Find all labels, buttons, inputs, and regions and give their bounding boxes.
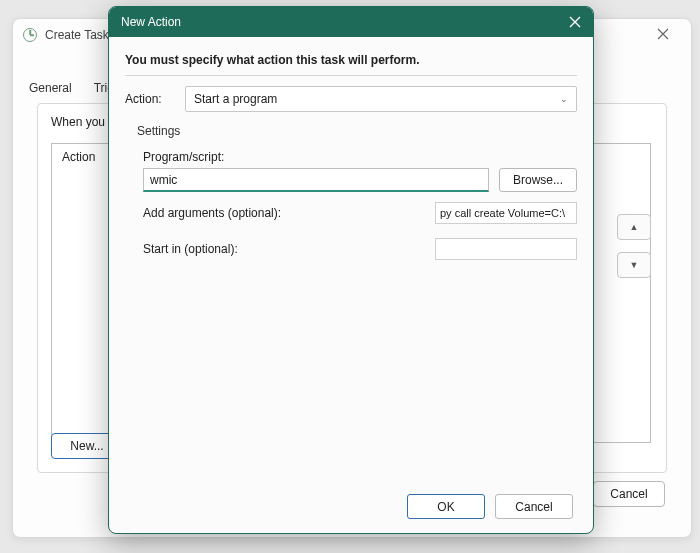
clock-icon <box>23 28 37 42</box>
reorder-buttons: ▲ ▼ <box>617 214 651 278</box>
chevron-down-icon: ▼ <box>630 260 639 270</box>
tabs: General Triq <box>25 79 118 97</box>
settings-group-label: Settings <box>125 122 577 144</box>
start-in-label: Start in (optional): <box>143 242 425 256</box>
dialog-footer: OK Cancel <box>125 494 577 519</box>
move-down-button[interactable]: ▼ <box>617 252 651 278</box>
create-task-close-button[interactable] <box>641 19 685 49</box>
move-up-button[interactable]: ▲ <box>617 214 651 240</box>
action-select-value: Start a program <box>194 92 277 106</box>
start-in-input[interactable] <box>435 238 577 260</box>
chevron-up-icon: ▲ <box>630 222 639 232</box>
action-select[interactable]: Start a program ⌄ <box>185 86 577 112</box>
action-label: Action: <box>125 92 175 106</box>
create-task-cancel-button[interactable]: Cancel <box>593 481 665 507</box>
add-arguments-label: Add arguments (optional): <box>143 206 425 220</box>
instruction-text: You must specify what action this task w… <box>125 43 577 76</box>
new-action-title: New Action <box>121 15 557 29</box>
close-icon <box>657 28 669 40</box>
program-script-label: Program/script: <box>143 150 577 164</box>
close-icon <box>569 16 581 28</box>
program-script-value: wmic <box>150 173 177 187</box>
when-you-label: When you c <box>51 115 114 129</box>
program-script-input[interactable]: wmic <box>143 168 489 192</box>
new-action-titlebar: New Action <box>109 7 593 37</box>
browse-button[interactable]: Browse... <box>499 168 577 192</box>
chevron-down-icon: ⌄ <box>560 94 568 104</box>
new-action-dialog: New Action You must specify what action … <box>108 6 594 534</box>
new-action-close-button[interactable] <box>557 7 593 37</box>
tab-general[interactable]: General <box>25 79 76 97</box>
create-task-title: Create Task <box>45 28 109 42</box>
cancel-button[interactable]: Cancel <box>495 494 573 519</box>
add-arguments-input[interactable]: py call create Volume=C:\ <box>435 202 577 224</box>
add-arguments-value: py call create Volume=C:\ <box>440 207 565 219</box>
ok-button[interactable]: OK <box>407 494 485 519</box>
